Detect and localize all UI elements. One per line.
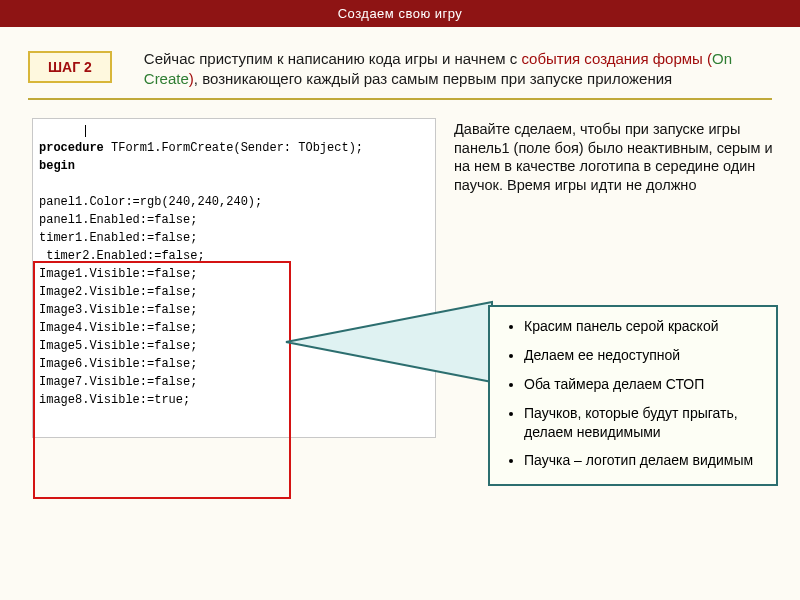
slide-root: Создаем свою игру ШАГ 2 Сейчас приступим… — [0, 0, 800, 600]
code-line: Image7.Visible:=false; — [39, 373, 429, 391]
intro-suffix: , возникающего каждый раз самым первым п… — [194, 70, 672, 87]
intro-prefix: Сейчас приступим к написанию кода игры и… — [144, 50, 522, 67]
callout-item: Оба таймера делаем СТОП — [524, 375, 768, 394]
code-header-2: begin — [39, 157, 429, 175]
step-badge: ШАГ 2 — [28, 51, 112, 83]
kw-procedure: procedure — [39, 141, 104, 155]
callout-item: Паучков, которые будут прыгать, делаем н… — [524, 404, 768, 442]
code-line: timer2.Enabled:=false; — [39, 247, 429, 265]
text-caret-icon — [85, 125, 86, 137]
intro-event: события создания формы — [521, 50, 707, 67]
code-line: Image1.Visible:=false; — [39, 265, 429, 283]
code-line: timer1.Enabled:=false; — [39, 229, 429, 247]
code-editor: procedure TForm1.FormCreate(Sender: TObj… — [32, 118, 436, 438]
intro-row: ШАГ 2 Сейчас приступим к написанию кода … — [0, 27, 800, 98]
caret-line — [39, 125, 429, 139]
callout-list: Красим панель серой краской Делаем ее не… — [498, 317, 768, 470]
intro-text: Сейчас приступим к написанию кода игры и… — [144, 49, 772, 88]
code-column: procedure TForm1.FormCreate(Sender: TObj… — [32, 118, 436, 438]
code-line: Image5.Visible:=false; — [39, 337, 429, 355]
callout-item: Паучка – логотип делаем видимым — [524, 451, 768, 470]
code-header-1-rest: TForm1.FormCreate(Sender: TObject); — [104, 141, 363, 155]
code-line: Image4.Visible:=false; — [39, 319, 429, 337]
callout-box: Красим панель серой краской Делаем ее не… — [488, 305, 778, 486]
callout-item: Красим панель серой краской — [524, 317, 768, 336]
description-paragraph: Давайте сделаем, чтобы при запуске игры … — [454, 120, 780, 194]
code-line: panel1.Color:=rgb(240,240,240); — [39, 193, 429, 211]
code-line: Image6.Visible:=false; — [39, 355, 429, 373]
code-line: Image3.Visible:=false; — [39, 301, 429, 319]
code-line: Image2.Visible:=false; — [39, 283, 429, 301]
callout-item: Делаем ее недоступной — [524, 346, 768, 365]
code-header-1: procedure TForm1.FormCreate(Sender: TObj… — [39, 139, 429, 157]
code-blank-line — [39, 175, 429, 193]
code-line: panel1.Enabled:=false; — [39, 211, 429, 229]
title-bar: Создаем свою игру — [0, 0, 800, 27]
code-line: image8.Visible:=true; — [39, 391, 429, 409]
slide-title: Создаем свою игру — [338, 6, 463, 21]
